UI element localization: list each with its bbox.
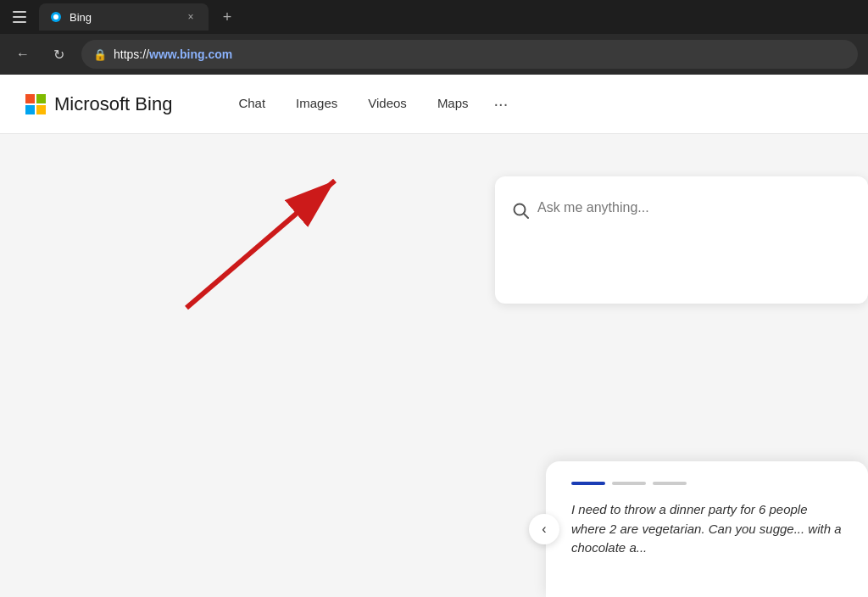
card-prev-button[interactable]: ‹ (529, 514, 559, 544)
refresh-button[interactable]: ↻ (46, 42, 71, 67)
tab-close-button[interactable]: × (183, 9, 198, 25)
browser-addressbar: ← ↻ 🔒 https://www.bing.com (0, 34, 868, 75)
nav-item-videos[interactable]: Videos (353, 75, 422, 133)
bing-logo[interactable]: Microsoft Bing (25, 93, 172, 115)
search-box[interactable] (512, 193, 851, 230)
main-area: ‹ I need to throw a dinner party for 6 p… (0, 134, 868, 597)
card-dots-indicator (571, 482, 843, 485)
dot-3 (653, 482, 687, 485)
microsoft-logo-icon (25, 94, 46, 114)
bing-header: Microsoft Bing Chat Images Videos Maps ·… (0, 75, 868, 134)
nav-links: Chat Images Videos Maps ··· (223, 75, 518, 133)
search-input[interactable] (537, 200, 851, 215)
nav-more-button[interactable]: ··· (484, 94, 519, 114)
search-container (495, 176, 868, 304)
address-bar[interactable]: 🔒 https://www.bing.com (81, 40, 858, 69)
new-tab-button[interactable]: + (215, 5, 239, 29)
sidebar-toggle-icon[interactable] (7, 4, 32, 30)
svg-rect-1 (13, 16, 26, 18)
logo-green-square (36, 94, 46, 103)
search-icon (512, 202, 529, 223)
svg-rect-2 (13, 21, 26, 23)
logo-red-square (25, 94, 35, 103)
dot-2 (612, 482, 646, 485)
svg-point-4 (53, 14, 58, 20)
dot-1 (571, 482, 605, 485)
tab-favicon-icon (49, 10, 63, 24)
logo-blue-square (25, 105, 35, 114)
lock-icon: 🔒 (93, 48, 107, 61)
arrow-annotation (85, 151, 407, 324)
svg-rect-0 (13, 11, 26, 13)
bing-brand-text: Microsoft Bing (54, 93, 172, 115)
browser-titlebar: Bing × + (0, 0, 868, 34)
svg-line-6 (186, 181, 335, 308)
url-display: https://www.bing.com (114, 47, 232, 61)
browser-tab[interactable]: Bing × (39, 3, 209, 31)
logo-yellow-square (36, 105, 46, 114)
nav-item-images[interactable]: Images (281, 75, 353, 133)
tab-title: Bing (70, 11, 92, 24)
back-button[interactable]: ← (10, 42, 36, 67)
bottom-card: ‹ I need to throw a dinner party for 6 p… (546, 461, 868, 597)
svg-line-8 (524, 214, 528, 218)
nav-item-chat[interactable]: Chat (223, 75, 281, 133)
nav-item-maps[interactable]: Maps (422, 75, 484, 133)
page-content: Microsoft Bing Chat Images Videos Maps ·… (0, 75, 868, 597)
card-suggestion-text: I need to throw a dinner party for 6 peo… (571, 500, 843, 558)
